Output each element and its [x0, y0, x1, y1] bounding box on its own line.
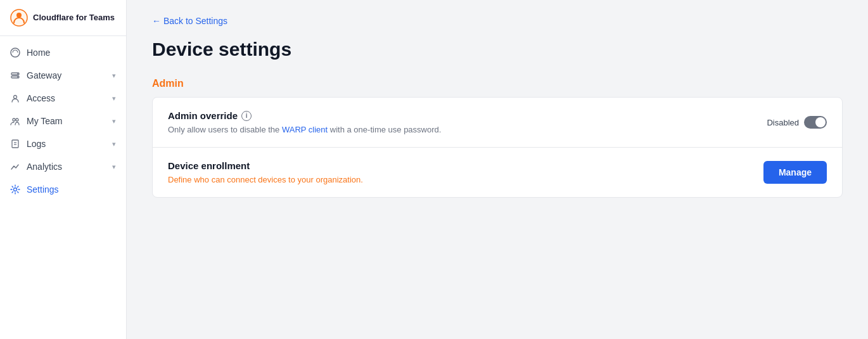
admin-section-title: Admin	[152, 78, 843, 89]
svg-point-5	[17, 74, 18, 75]
admin-override-info-icon[interactable]: i	[241, 111, 252, 121]
sidebar-item-access[interactable]: Access ▾	[0, 87, 126, 110]
warp-client-link[interactable]: WARP client	[282, 125, 328, 134]
my-team-chevron-icon: ▾	[112, 117, 116, 125]
svg-point-9	[16, 118, 18, 121]
sidebar: Cloudflare for Teams Home Gateway ▾	[0, 0, 127, 339]
gateway-chevron-icon: ▾	[112, 72, 116, 80]
sidebar-item-logs-label: Logs	[27, 139, 46, 149]
admin-override-title: Admin override i	[168, 110, 767, 121]
device-enrollment-left: Device enrollment Define who can connect…	[168, 160, 763, 184]
svg-point-2	[11, 48, 20, 57]
device-enrollment-row: Device enrollment Define who can connect…	[153, 147, 842, 197]
page-title: Device settings	[152, 39, 843, 60]
sidebar-item-home-label: Home	[27, 48, 50, 58]
admin-override-desc: Only allow users to disable the WARP cli…	[168, 125, 767, 134]
sidebar-item-my-team-label: My Team	[27, 116, 63, 126]
sidebar-item-gateway-label: Gateway	[27, 70, 61, 80]
app-name: Cloudflare for Teams	[33, 13, 115, 23]
sidebar-item-analytics-label: Analytics	[27, 162, 62, 172]
svg-point-8	[13, 118, 15, 121]
sidebar-item-analytics[interactable]: Analytics ▾	[0, 155, 126, 178]
manage-button[interactable]: Manage	[763, 161, 827, 184]
logo-icon	[10, 9, 28, 27]
home-icon	[10, 48, 20, 58]
admin-override-toggle-label: Disabled	[767, 118, 799, 127]
analytics-icon	[10, 162, 20, 172]
svg-point-6	[17, 77, 18, 78]
sidebar-item-gateway[interactable]: Gateway ▾	[0, 64, 126, 87]
admin-override-toggle[interactable]	[804, 116, 827, 129]
sidebar-item-settings[interactable]: Settings	[0, 178, 126, 201]
access-icon	[10, 93, 20, 103]
sidebar-item-settings-label: Settings	[27, 184, 59, 195]
main-nav: Home Gateway ▾ Access ▾	[0, 36, 126, 339]
logs-chevron-icon: ▾	[112, 140, 116, 148]
svg-point-7	[14, 96, 17, 99]
sidebar-item-home[interactable]: Home	[0, 41, 126, 64]
sidebar-item-logs[interactable]: Logs ▾	[0, 132, 126, 155]
svg-point-13	[14, 188, 17, 191]
device-enrollment-desc: Define who can connect devices to your o…	[168, 175, 763, 184]
analytics-chevron-icon: ▾	[112, 163, 116, 171]
gateway-icon	[10, 70, 20, 80]
device-enrollment-title: Device enrollment	[168, 160, 763, 171]
main-content: ← Back to Settings Device settings Admin…	[127, 0, 868, 339]
sidebar-item-access-label: Access	[27, 93, 55, 103]
svg-rect-10	[12, 140, 18, 148]
my-team-icon	[10, 116, 20, 126]
admin-override-left: Admin override i Only allow users to dis…	[168, 110, 767, 134]
access-chevron-icon: ▾	[112, 94, 116, 103]
admin-override-toggle-group: Disabled	[767, 116, 827, 129]
logs-icon	[10, 139, 20, 149]
app-logo: Cloudflare for Teams	[0, 0, 126, 36]
sidebar-item-my-team[interactable]: My Team ▾	[0, 110, 126, 132]
back-link[interactable]: ← Back to Settings	[152, 16, 227, 26]
svg-point-1	[16, 13, 22, 18]
settings-icon	[10, 184, 20, 195]
admin-override-row: Admin override i Only allow users to dis…	[153, 98, 842, 147]
settings-card: Admin override i Only allow users to dis…	[152, 97, 843, 198]
